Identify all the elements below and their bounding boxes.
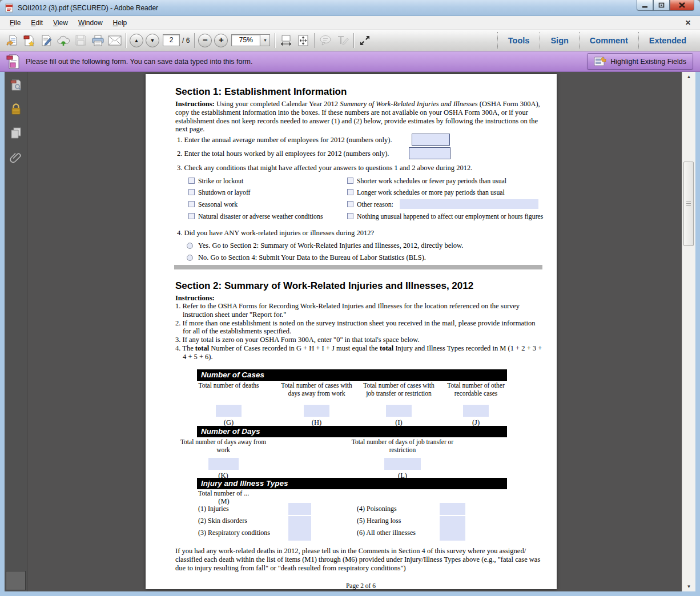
checkbox-strike[interactable] xyxy=(188,178,195,184)
zoom-in-icon: + xyxy=(219,35,224,45)
employees-field[interactable] xyxy=(412,134,450,146)
tools-panel-button[interactable]: Tools xyxy=(498,36,540,45)
menu-view[interactable]: View xyxy=(48,17,73,29)
menu-window[interactable]: Window xyxy=(73,17,108,29)
type-item-label: (6) All other illnesses xyxy=(357,529,416,537)
zoom-out-button[interactable]: − xyxy=(198,34,212,47)
sticky-note-button[interactable] xyxy=(317,33,333,49)
page-thumbnails-icon[interactable] xyxy=(10,79,22,91)
zoom-dropdown-button[interactable]: ▼ xyxy=(260,34,270,46)
form-field-M5-M6[interactable] xyxy=(440,516,465,541)
open-file-button[interactable] xyxy=(4,33,20,49)
checkbox-shutdown[interactable] xyxy=(188,189,195,195)
menu-file[interactable]: File xyxy=(5,17,26,29)
form-field-M1[interactable] xyxy=(288,503,311,515)
restore-button[interactable] xyxy=(653,0,670,11)
minimize-icon xyxy=(642,3,648,8)
zoom-out-icon: − xyxy=(203,35,208,45)
other-reason-field[interactable] xyxy=(400,199,538,209)
cases-column-i: Total number of cases with job transfer … xyxy=(361,382,437,427)
column-label: Total number of deaths xyxy=(198,382,259,405)
toolbar-separator xyxy=(275,33,275,48)
menu-edit[interactable]: Edit xyxy=(26,17,48,29)
document-canvas: Section 1: Establishment Information Ins… xyxy=(27,72,682,591)
days-header-bar: Number of Days xyxy=(197,426,507,437)
question2-text: 2. Enter the total hours worked by all e… xyxy=(177,150,389,158)
expand-arrows-icon xyxy=(359,35,371,46)
form-field-M4[interactable] xyxy=(440,503,465,515)
email-button[interactable] xyxy=(107,33,123,49)
close-document-icon[interactable]: ✕ xyxy=(685,19,691,27)
minimize-button[interactable] xyxy=(637,0,653,11)
vertical-scrollbar[interactable]: ▲ ▼ xyxy=(682,72,695,591)
page-number-input[interactable]: 2 xyxy=(163,34,180,46)
instruction-text: Number of Cases recorded in G + H + I + … xyxy=(209,344,380,352)
print-button[interactable] xyxy=(90,33,106,49)
menu-bar: File Edit View Window Help ✕ xyxy=(0,16,700,30)
next-page-icon: ▼ xyxy=(150,38,155,43)
scroll-up-icon[interactable]: ▲ xyxy=(682,74,695,79)
sign-panel-button[interactable]: Sign xyxy=(540,36,578,45)
checkbox-longer-schedules[interactable] xyxy=(347,189,353,195)
scrollbar-thumb[interactable] xyxy=(683,162,694,246)
scrollbar-grip xyxy=(686,202,691,202)
column-label: Total number of cases with job transfer … xyxy=(361,382,437,405)
fit-page-button[interactable] xyxy=(295,33,311,49)
days-column-l: Total number of days of job transfer or … xyxy=(351,438,454,480)
checkbox-label: Nothing unusual happened to affect our e… xyxy=(357,212,543,221)
zoom-in-button[interactable]: + xyxy=(214,34,228,47)
toolbar: ▲ ▼ 2 / 6 − + 75% ▼ xyxy=(0,30,700,51)
fit-page-icon xyxy=(297,34,309,47)
window-title: SOII2012 (3).pdf (SECURED) - Adobe Reade… xyxy=(18,4,158,12)
pages-icon[interactable] xyxy=(10,127,22,139)
menu-help[interactable]: Help xyxy=(108,17,132,29)
cases-column-h: Total number of cases with days away fro… xyxy=(279,382,355,427)
form-field-I[interactable] xyxy=(386,405,412,417)
close-button[interactable] xyxy=(670,0,694,11)
comment-panel-button[interactable]: Comment xyxy=(580,36,638,45)
scroll-down-icon[interactable]: ▼ xyxy=(682,584,695,589)
send-online-button[interactable] xyxy=(55,33,71,49)
section2-instructions-label: Instructions: xyxy=(175,294,215,303)
radio-yes[interactable] xyxy=(187,243,193,249)
fill-sign-button[interactable] xyxy=(38,33,54,49)
zoom-level-input[interactable]: 75% xyxy=(231,34,260,46)
checkbox-label: Shutdown or layoff xyxy=(198,188,251,197)
text-edit-icon xyxy=(336,35,349,46)
column-label: Total number of days away from work xyxy=(178,438,269,458)
type-item-label: (2) Skin disorders xyxy=(198,517,247,525)
next-page-button[interactable]: ▼ xyxy=(146,34,159,47)
form-field-H[interactable] xyxy=(304,405,329,417)
checkbox-shorter-schedules[interactable] xyxy=(347,178,353,184)
radio-no[interactable] xyxy=(187,255,193,261)
form-field-G[interactable] xyxy=(216,405,242,417)
form-field-J[interactable] xyxy=(463,405,489,417)
checkbox-nothing-unusual[interactable] xyxy=(347,213,353,219)
restore-icon xyxy=(658,2,665,8)
previous-page-button[interactable]: ▲ xyxy=(130,34,143,47)
fit-width-button[interactable] xyxy=(278,33,294,49)
save-button[interactable] xyxy=(73,33,88,49)
form-field-K[interactable] xyxy=(208,458,239,470)
hours-worked-field[interactable] xyxy=(409,147,450,159)
security-lock-icon[interactable] xyxy=(10,103,22,115)
reading-mode-button[interactable] xyxy=(357,33,373,49)
cases-column-j: Total number of other recordable cases (… xyxy=(438,382,514,427)
types-header-bar: Injury and Illness Types xyxy=(197,478,507,489)
close-icon xyxy=(679,2,685,8)
attachments-icon[interactable] xyxy=(10,151,22,163)
column-label: Total number of other recordable cases xyxy=(438,382,514,405)
text-markup-button[interactable] xyxy=(335,33,351,49)
toolbar-separator xyxy=(194,33,195,48)
checkbox-disaster[interactable] xyxy=(188,213,195,219)
instruction-bold: total xyxy=(380,344,393,352)
form-field-L[interactable] xyxy=(384,458,421,470)
form-document-icon xyxy=(6,54,20,70)
extended-panel-button[interactable]: Extended xyxy=(639,36,697,45)
form-field-M2-M3[interactable] xyxy=(288,516,311,541)
instruction-bold: total xyxy=(195,344,209,352)
checkbox-other-reason[interactable] xyxy=(347,201,353,207)
create-pdf-button[interactable] xyxy=(21,33,37,49)
checkbox-seasonal[interactable] xyxy=(188,201,195,207)
highlight-existing-fields-button[interactable]: Highlight Existing Fields xyxy=(587,53,693,70)
